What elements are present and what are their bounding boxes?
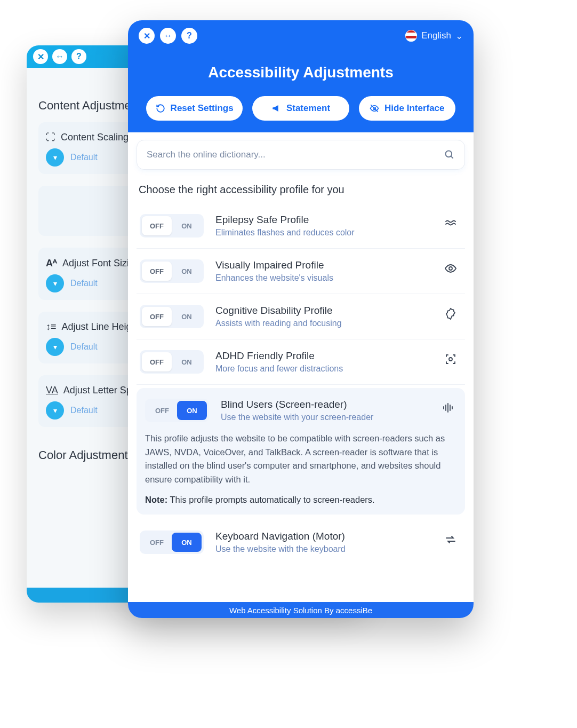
letterspacing-icon: VA (46, 385, 58, 396)
eye-off-icon (370, 104, 379, 113)
refresh-icon (156, 104, 165, 113)
toggle-on[interactable]: ON (172, 262, 202, 281)
svg-point-4 (449, 267, 452, 270)
eye-icon (442, 259, 460, 278)
content-scaling-label: Content Scaling (61, 132, 129, 143)
profile-subtitle: Assists with reading and focusing (215, 319, 430, 328)
profile-description: This profile adjusts the website to be c… (145, 432, 456, 486)
language-selector[interactable]: English ⌄ (405, 30, 463, 42)
waves-icon (442, 214, 460, 232)
decrease-button[interactable] (46, 148, 64, 167)
profile-row: OFF ON Keyboard Navigation (Motor) Use t… (137, 520, 465, 565)
profile-row: OFF ON Blind Users (Screen-reader) Use t… (145, 399, 456, 430)
chevron-down-icon: ⌄ (455, 30, 463, 42)
profile-title: Blind Users (Screen-reader) (221, 399, 427, 410)
profile-toggle[interactable]: OFF ON (140, 259, 204, 283)
profile-title: Keyboard Navigation (Motor) (215, 531, 430, 542)
profile-subtitle: Eliminates flashes and reduces color (215, 228, 430, 238)
hide-label: Hide Interface (384, 103, 444, 114)
toggle-off[interactable]: OFF (142, 352, 172, 371)
search-input[interactable] (147, 149, 444, 160)
decrease-button[interactable] (46, 274, 64, 292)
profile-toggle[interactable]: OFF ON (140, 214, 204, 238)
search-icon[interactable] (444, 149, 455, 160)
svg-point-2 (446, 151, 452, 157)
profile-toggle[interactable]: OFF ON (140, 305, 204, 328)
toggle-off[interactable]: OFF (147, 401, 177, 420)
lineheight-icon: ↕≡ (46, 321, 57, 333)
hide-interface-button[interactable]: Hide Interface (359, 96, 455, 121)
toggle-off[interactable]: OFF (142, 262, 172, 281)
decrease-button[interactable] (46, 338, 64, 356)
target-icon (442, 350, 460, 368)
profile-row: OFF ON Cognitive Disability Profile Assi… (137, 294, 465, 339)
swap-icon (442, 531, 460, 549)
close-icon[interactable]: ✕ (139, 28, 155, 44)
page-title: Accessibility Adjustments (139, 64, 463, 81)
footer-credit: Web Accessibility Solution By accessiBe (128, 602, 474, 618)
toggle-on[interactable]: ON (177, 401, 207, 420)
svg-line-3 (451, 156, 453, 159)
profile-subtitle: Use the website with your screen-reader (221, 413, 427, 422)
profile-subtitle: More focus and fewer distractions (215, 364, 430, 374)
default-label: Default (70, 279, 98, 288)
help-icon[interactable]: ? (181, 28, 197, 44)
fontsize-icon: Aᴬ (46, 257, 57, 269)
statement-button[interactable]: Statement (252, 96, 349, 121)
profile-title: Visually Impaired Profile (215, 259, 430, 271)
profile-toggle[interactable]: OFF ON (140, 531, 204, 554)
toggle-on[interactable]: ON (172, 216, 202, 235)
toggle-off[interactable]: OFF (142, 307, 172, 326)
statement-label: Statement (286, 103, 330, 114)
profile-subtitle: Enhances the website's visuals (215, 273, 430, 283)
toggle-on[interactable]: ON (172, 307, 202, 326)
default-label: Default (70, 153, 98, 162)
profile-row: OFF ON Epilepsy Safe Profile Eliminates … (137, 203, 465, 249)
decrease-button[interactable] (46, 401, 64, 420)
flag-icon (405, 30, 417, 42)
audio-icon (438, 399, 456, 417)
reset-label: Reset Settings (171, 103, 234, 114)
profile-note: Note: This profile prompts automatically… (145, 495, 456, 505)
language-label: English (421, 30, 451, 41)
profile-subtitle: Use the website with the keyboard (215, 544, 430, 554)
toggle-on[interactable]: ON (172, 533, 202, 552)
reset-settings-button[interactable]: Reset Settings (146, 96, 243, 121)
svg-point-5 (449, 358, 452, 361)
profile-title: Epilepsy Safe Profile (215, 214, 430, 226)
profiles-heading: Choose the right accessibility profile f… (139, 184, 463, 196)
profile-row: OFF ON ADHD Friendly Profile More focus … (137, 339, 465, 385)
expand-icon: ⛶ (46, 132, 55, 143)
toggle-off[interactable]: OFF (142, 533, 172, 552)
profile-expanded: OFF ON Blind Users (Screen-reader) Use t… (137, 388, 465, 515)
search-card (137, 140, 465, 170)
profile-title: ADHD Friendly Profile (215, 350, 430, 362)
default-label: Default (70, 342, 98, 352)
accessibility-panel: ✕ ↔ ? English ⌄ Accessibility Adjustment… (128, 20, 474, 618)
profile-toggle[interactable]: OFF ON (140, 350, 204, 374)
move-icon[interactable]: ↔ (52, 49, 67, 64)
toggle-on[interactable]: ON (172, 352, 202, 371)
default-label: Default (70, 406, 98, 415)
move-icon[interactable]: ↔ (160, 28, 176, 44)
megaphone-icon (271, 104, 281, 113)
profile-title: Cognitive Disability Profile (215, 305, 430, 316)
profile-row: OFF ON Visually Impaired Profile Enhance… (137, 249, 465, 294)
toggle-off[interactable]: OFF (142, 216, 172, 235)
badge-icon (442, 305, 460, 323)
profile-toggle[interactable]: OFF ON (145, 399, 209, 422)
close-icon[interactable]: ✕ (33, 49, 48, 64)
panel-header: ✕ ↔ ? English ⌄ Accessibility Adjustment… (128, 20, 474, 132)
help-icon[interactable]: ? (71, 49, 86, 64)
